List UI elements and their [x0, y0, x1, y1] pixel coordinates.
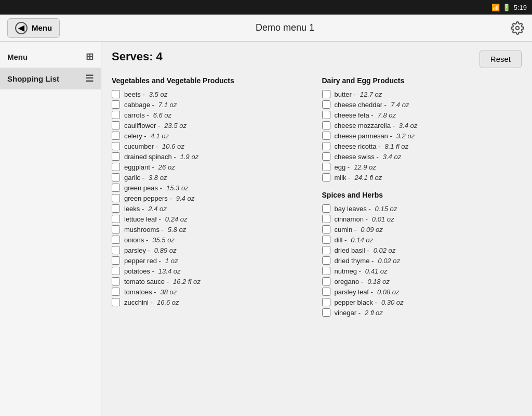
list-item: nutmeg - 0.41 oz	[322, 267, 522, 275]
list-item: garlic - 3.8 oz	[112, 173, 312, 181]
list-item: cheese ricotta - 8.1 fl oz	[322, 142, 522, 150]
list-item: tomato sauce - 16.2 fl oz	[112, 277, 312, 285]
item-checkbox[interactable]	[322, 215, 330, 223]
list-item: potatoes - 13.4 oz	[112, 267, 312, 275]
reset-button[interactable]: Reset	[480, 50, 522, 68]
item-checkbox[interactable]	[112, 256, 120, 265]
list-item: drained spinach - 1.9 oz	[112, 152, 312, 161]
dairy-spices-column: Dairy and Egg Products butter - 12.7 oz …	[322, 76, 522, 319]
list-item: carrots - 6.6 oz	[112, 111, 312, 119]
list-item: egg - 12.9 oz	[322, 163, 522, 171]
back-circle-icon: ◀	[15, 22, 28, 34]
item-checkbox[interactable]	[112, 184, 120, 192]
item-checkbox[interactable]	[322, 256, 330, 265]
list-item: eggplant - 26 oz	[112, 163, 312, 171]
item-checkbox[interactable]	[112, 298, 120, 306]
page-title: Demo menu 1	[256, 22, 314, 33]
item-checkbox[interactable]	[322, 142, 330, 150]
list-item: cucumber - 10.6 oz	[112, 142, 312, 150]
list-item: cabbage - 7.1 oz	[112, 100, 312, 109]
item-checkbox[interactable]	[112, 173, 120, 181]
list-item: vinegar - 2 fl oz	[322, 308, 522, 317]
item-checkbox[interactable]	[112, 277, 120, 285]
list-item: cinnamon - 0.01 oz	[322, 215, 522, 223]
list-item: celery - 4.1 oz	[112, 132, 312, 140]
item-checkbox[interactable]	[112, 163, 120, 171]
item-checkbox[interactable]	[322, 121, 330, 129]
section-gap	[322, 184, 522, 191]
settings-icon[interactable]	[510, 21, 525, 35]
vegetables-section-title: Vegetables and Vegetable Products	[112, 76, 312, 85]
item-checkbox[interactable]	[322, 308, 330, 317]
list-item: dried thyme - 0.02 oz	[322, 256, 522, 265]
status-bar: 📶 🔋 5:19	[0, 0, 532, 15]
list-item: pepper black - 0.30 oz	[322, 298, 522, 306]
list-item: cheese cheddar - 7.4 oz	[322, 100, 522, 109]
list-item: parsley - 0.89 oz	[112, 246, 312, 254]
list-item: pepper red - 1 oz	[112, 256, 312, 265]
top-nav: ◀ Menu Demo menu 1	[0, 15, 532, 42]
item-checkbox[interactable]	[322, 288, 330, 296]
item-checkbox[interactable]	[112, 142, 120, 150]
item-checkbox[interactable]	[322, 132, 330, 140]
svg-point-0	[516, 26, 520, 30]
sidebar-menu-label: Menu	[7, 53, 28, 61]
list-item: cauliflower - 23.5 oz	[112, 121, 312, 129]
item-checkbox[interactable]	[112, 225, 120, 233]
item-checkbox[interactable]	[322, 267, 330, 275]
sidebar-item-menu[interactable]: Menu ⊞	[0, 46, 101, 68]
item-checkbox[interactable]	[322, 100, 330, 109]
sidebar-item-shopping-list[interactable]: Shopping List ☰	[0, 68, 101, 89]
item-checkbox[interactable]	[322, 204, 330, 213]
list-item: dried basil - 0.02 oz	[322, 246, 522, 254]
item-checkbox[interactable]	[112, 132, 120, 140]
item-checkbox[interactable]	[112, 111, 120, 119]
item-checkbox[interactable]	[322, 163, 330, 171]
spices-section-title: Spices and Herbs	[322, 191, 522, 199]
sidebar-shopping-label: Shopping List	[7, 74, 59, 83]
back-menu-button[interactable]: ◀ Menu	[7, 18, 60, 38]
item-checkbox[interactable]	[322, 173, 330, 181]
item-checkbox[interactable]	[112, 90, 120, 98]
list-item: butter - 12.7 oz	[322, 90, 522, 98]
item-checkbox[interactable]	[112, 121, 120, 129]
serves-title: Serves: 4	[112, 50, 163, 63]
columns-container: Vegetables and Vegetable Products beets …	[112, 76, 522, 319]
list-item: cheese parmesan - 3.2 oz	[322, 132, 522, 140]
wifi-icon: 🔋	[502, 4, 511, 11]
item-checkbox[interactable]	[112, 194, 120, 202]
content-area: Serves: 4 Reset Vegetables and Vegetable…	[101, 42, 532, 416]
list-item: cheese mozzarella - 3.4 oz	[322, 121, 522, 129]
item-checkbox[interactable]	[322, 225, 330, 233]
item-checkbox[interactable]	[112, 267, 120, 275]
item-checkbox[interactable]	[112, 100, 120, 109]
item-checkbox[interactable]	[322, 111, 330, 119]
item-checkbox[interactable]	[322, 90, 330, 98]
item-checkbox[interactable]	[112, 236, 120, 244]
list-item: dill - 0.14 oz	[322, 236, 522, 244]
dairy-section-title: Dairy and Egg Products	[322, 76, 522, 85]
status-icons: 📶 🔋	[491, 4, 511, 11]
item-checkbox[interactable]	[112, 215, 120, 223]
item-checkbox[interactable]	[322, 236, 330, 244]
item-checkbox[interactable]	[112, 246, 120, 254]
content-header: Serves: 4 Reset	[112, 50, 522, 68]
item-checkbox[interactable]	[322, 277, 330, 285]
list-item: tomatoes - 38 oz	[112, 288, 312, 296]
list-item: bay leaves - 0.15 oz	[322, 204, 522, 213]
signal-icon: 📶	[491, 4, 500, 11]
list-icon: ☰	[85, 73, 94, 84]
item-checkbox[interactable]	[322, 246, 330, 254]
list-item: beets - 3.5 oz	[112, 90, 312, 98]
list-item: cheese swiss - 3.4 oz	[322, 152, 522, 161]
item-checkbox[interactable]	[322, 152, 330, 161]
item-checkbox[interactable]	[112, 204, 120, 213]
list-item: cheese feta - 7.8 oz	[322, 111, 522, 119]
item-checkbox[interactable]	[112, 288, 120, 296]
list-item: green peas - 15.3 oz	[112, 184, 312, 192]
item-checkbox[interactable]	[322, 298, 330, 306]
item-checkbox[interactable]	[112, 152, 120, 161]
main-layout: Menu ⊞ Shopping List ☰ Serves: 4 Reset V…	[0, 42, 532, 416]
list-item: parsley leaf - 0.08 oz	[322, 288, 522, 296]
time-display: 5:19	[514, 4, 527, 11]
